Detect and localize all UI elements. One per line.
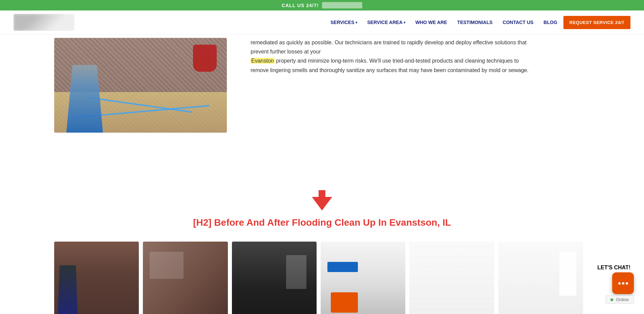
section-heading-area: [H2] Before And After Flooding Clean Up … [0, 177, 644, 242]
chevron-down-icon: ▾ [404, 21, 405, 24]
body-paragraph-cont: property and minimize long-term risks. W… [251, 58, 529, 73]
top-bar-text: CALL US 24/7! [282, 3, 319, 8]
image-gallery [0, 242, 644, 314]
nav-services[interactable]: SERVICES ▾ [326, 17, 361, 28]
header: SERVICES ▾ SERVICE AREA ▾ WHO WE ARE TES… [0, 10, 644, 35]
gallery-item-5[interactable] [409, 242, 494, 314]
gallery-item-4[interactable] [321, 242, 405, 314]
gallery-item-2[interactable] [143, 242, 228, 314]
top-bar: CALL US 24/7! [0, 0, 644, 10]
chevron-down-icon: ▾ [356, 21, 357, 24]
chat-widget: LET'S CHAT! Online [597, 265, 634, 304]
logo-area [14, 14, 74, 31]
gallery-item-6[interactable] [498, 242, 583, 314]
section-heading: [H2] Before And After Flooding Clean Up … [0, 217, 644, 228]
nav-cta-button[interactable]: REQUEST SERVICE 24/7 [563, 16, 630, 29]
online-indicator-icon [610, 298, 613, 301]
chat-online-status: Online [605, 295, 634, 304]
top-bar-phone[interactable] [322, 2, 362, 8]
main-nav: SERVICES ▾ SERVICE AREA ▾ WHO WE ARE TES… [326, 16, 630, 29]
right-column: remediated as quickly as possible. Our t… [251, 35, 630, 177]
nav-testimonials[interactable]: TESTIMONIALS [453, 17, 496, 28]
svg-marker-0 [312, 190, 332, 210]
main-remediation-image [54, 38, 227, 133]
gallery-item-1[interactable] [54, 242, 139, 314]
nav-contact-us[interactable]: CONTACT US [499, 17, 538, 28]
logo[interactable] [14, 14, 74, 31]
nav-service-area[interactable]: SERVICE AREA ▾ [363, 17, 409, 28]
nav-blog[interactable]: BLOG [539, 17, 561, 28]
chat-label: LET'S CHAT! [597, 265, 630, 271]
left-column [54, 35, 230, 177]
chat-button[interactable] [612, 272, 634, 294]
main-content: remediated as quickly as possible. Our t… [0, 35, 644, 177]
nav-who-we-are[interactable]: WHO WE ARE [411, 17, 451, 28]
highlight-evanston: Evanston [251, 58, 275, 64]
red-arrow-icon [308, 187, 336, 214]
chat-dots-icon [618, 282, 628, 285]
gallery-item-3[interactable] [232, 242, 317, 314]
body-paragraph: remediated as quickly as possible. Our t… [251, 38, 529, 75]
